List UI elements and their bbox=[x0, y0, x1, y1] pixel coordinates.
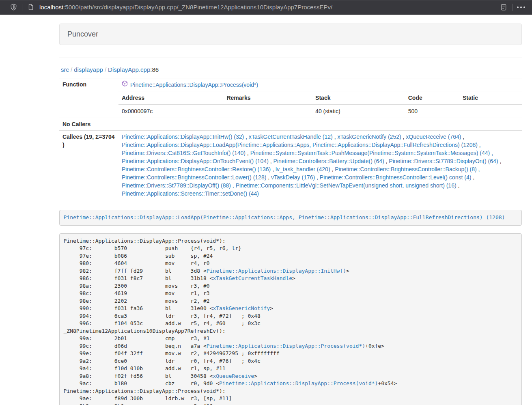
column-header-static: Static bbox=[459, 91, 522, 105]
function-table: Function Pinetime::Applications::Display… bbox=[59, 78, 522, 200]
breadcrumb: src/displayapp/DisplayApp.cpp:86 bbox=[61, 66, 522, 73]
table-row: Callees (19, Σ=3704 ) Pinetime::Applicat… bbox=[59, 131, 522, 200]
breadcrumb-src-link[interactable]: src bbox=[61, 66, 69, 73]
assembly-symbol-link[interactable]: xTaskGetCurrentTaskHandle bbox=[213, 275, 292, 281]
assembly-symbol-link[interactable]: Pinetime::Applications::DisplayApp::Proc… bbox=[207, 343, 365, 349]
page-container: Puncover src/displayapp/DisplayApp.cpp:8… bbox=[59, 24, 522, 405]
column-header-code: Code bbox=[405, 91, 459, 105]
assembly-symbol-link[interactable]: xQueueReceive bbox=[213, 373, 254, 379]
stats-header-row: Address Remarks Stack Code Static bbox=[118, 91, 522, 105]
function-stats-table: Address Remarks Stack Code Static 0x0000… bbox=[118, 91, 522, 118]
page-icon bbox=[26, 2, 36, 13]
url-host: localhost bbox=[39, 4, 63, 11]
callee-link[interactable]: Pinetime::Controllers::BrightnessControl… bbox=[320, 174, 471, 181]
function-row-label: Function bbox=[59, 78, 118, 118]
column-header-remarks: Remarks bbox=[223, 91, 312, 105]
assembly-symbol-link[interactable]: Pinetime::Applications::DisplayApp::Proc… bbox=[219, 380, 378, 386]
function-name-link[interactable]: Pinetime::Applications::DisplayApp::Proc… bbox=[130, 81, 258, 89]
callee-link[interactable]: Pinetime::Controllers::BrightnessControl… bbox=[122, 174, 266, 181]
breadcrumb-line-number: :86 bbox=[150, 66, 159, 73]
reader-mode-icon[interactable] bbox=[498, 2, 509, 13]
address-value: 0x0000097c bbox=[118, 105, 223, 118]
callee-link[interactable]: Pinetime::Controllers::Battery::Update()… bbox=[274, 158, 384, 164]
loadapp-symbol-link[interactable]: Pinetime::Applications::DisplayApp::Load… bbox=[64, 214, 505, 220]
breadcrumb-separator: / bbox=[103, 66, 108, 73]
callees-label: Callees (19, Σ=3704 ) bbox=[59, 131, 118, 200]
app-title-panel: Puncover bbox=[59, 24, 522, 45]
highlighted-callee-box: Pinetime::Applications::DisplayApp::Load… bbox=[59, 210, 522, 226]
toolbar-divider bbox=[22, 4, 22, 11]
url-bar[interactable]: localhost:5000/path/src/displayapp/Displ… bbox=[39, 4, 498, 11]
callee-link[interactable]: Pinetime::Controllers::BrightnessControl… bbox=[122, 166, 271, 172]
stats-value-row: 0x0000097c 40 (static) 500 bbox=[118, 105, 522, 118]
callee-link[interactable]: xTaskGetCurrentTaskHandle (12) bbox=[249, 134, 333, 140]
url-path: :5000/path/src/displayapp/DisplayApp.cpp… bbox=[63, 4, 332, 11]
toolbar-divider bbox=[512, 4, 513, 11]
callee-link[interactable]: Pinetime::Applications::DisplayApp::OnTo… bbox=[122, 158, 269, 164]
callee-link[interactable]: lv_task_handler (420) bbox=[276, 166, 330, 172]
shield-icon[interactable] bbox=[8, 2, 19, 13]
breadcrumb-separator: / bbox=[69, 66, 74, 73]
callee-link[interactable]: Pinetime::Drivers::Cst816S::GetTouchInfo… bbox=[122, 150, 246, 156]
stack-value: 40 (static) bbox=[312, 105, 405, 118]
assembly-symbol-link[interactable]: xTaskGenericNotify bbox=[213, 305, 270, 311]
callee-link[interactable]: Pinetime::Applications::DisplayApp::Load… bbox=[122, 142, 478, 148]
static-value bbox=[459, 105, 522, 118]
column-header-address: Address bbox=[118, 91, 223, 105]
callee-link[interactable]: Pinetime::Drivers::St7789::DisplayOff() … bbox=[122, 182, 231, 189]
callee-link[interactable]: Pinetime::Applications::DisplayApp::Init… bbox=[122, 134, 244, 140]
table-row: No Callers bbox=[59, 118, 522, 131]
divider bbox=[59, 58, 522, 58]
remarks-value bbox=[223, 105, 312, 118]
callee-link[interactable]: Pinetime::Controllers::BrightnessControl… bbox=[335, 166, 476, 172]
callee-link[interactable]: xTaskGenericNotify (252) bbox=[337, 134, 401, 140]
assembly-code: Pinetime::Applications::DisplayApp::Proc… bbox=[59, 233, 522, 405]
callee-link[interactable]: Pinetime::Applications::Screens::Timer::… bbox=[122, 190, 259, 197]
breadcrumb-displayapp-link[interactable]: displayapp bbox=[74, 66, 103, 73]
callee-link[interactable]: Pinetime::Drivers::St7789::DisplayOn() (… bbox=[389, 158, 498, 164]
code-value: 500 bbox=[405, 105, 459, 118]
menu-dots-icon[interactable] bbox=[516, 2, 526, 13]
app-title: Puncover bbox=[67, 30, 98, 38]
browser-toolbar: localhost:5000/path/src/displayapp/Displ… bbox=[0, 0, 532, 15]
callers-cell bbox=[118, 118, 522, 131]
table-row: Function Pinetime::Applications::Display… bbox=[59, 78, 522, 91]
breadcrumb-file-link[interactable]: DisplayApp.cpp bbox=[108, 66, 150, 73]
assembly-symbol-link[interactable]: Pinetime::Applications::DisplayApp::Init… bbox=[207, 268, 346, 274]
callee-link[interactable]: vTaskDelay (176) bbox=[271, 174, 315, 181]
symbol-cube-icon bbox=[122, 80, 128, 89]
callees-list: Pinetime::Applications::DisplayApp::Init… bbox=[118, 131, 522, 200]
callee-link[interactable]: Pinetime::Components::LittleVgl::SetNewT… bbox=[236, 182, 457, 189]
no-callers-label: No Callers bbox=[59, 118, 118, 131]
column-header-stack: Stack bbox=[312, 91, 405, 105]
table-row: Address Remarks Stack Code Static 0x0000… bbox=[59, 91, 522, 118]
callee-link[interactable]: Pinetime::System::SystemTask::PushMessag… bbox=[250, 150, 490, 156]
callee-link[interactable]: xQueueReceive (764) bbox=[406, 134, 461, 140]
